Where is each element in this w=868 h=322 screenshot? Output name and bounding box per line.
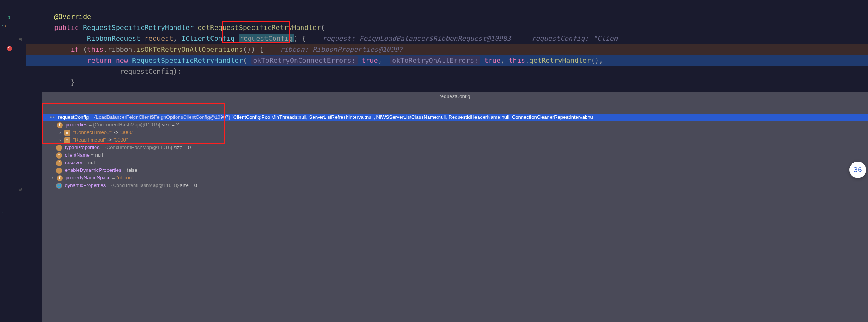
field-icon: f [57, 122, 63, 128]
code-line [26, 0, 868, 11]
expand-arrow-icon[interactable]: ⌄ [42, 114, 48, 121]
variable-row[interactable]: › ≡ "ReadTimeout" -> "3000" [42, 136, 868, 144]
gutter-navigate-icons[interactable]: ↑↓ [2, 23, 6, 28]
watch-icon: 👓 [49, 114, 55, 120]
variable-row-root[interactable]: ⌄ 👓 requestConfig = {LoadBalancerFeignCl… [42, 114, 868, 121]
entry-icon: ≡ [64, 137, 70, 143]
inline-debug-value: requestConfig: "Clien [532, 34, 618, 42]
variable-row[interactable]: f resolver = null [42, 159, 868, 166]
code-editor[interactable]: @Override public RequestSpecificRetryHan… [26, 0, 868, 88]
annotation: @Override [54, 12, 91, 20]
expand-arrow-icon[interactable]: › [58, 137, 63, 144]
breakpoint-icon[interactable]: ✓ [7, 46, 12, 51]
entry-icon: ≡ [64, 130, 70, 136]
gutter-navigate-icon[interactable]: ↑ [2, 210, 4, 215]
editor-gutter: O ⛨ ✓ ⛨ ↑↓ ↑ [0, 0, 26, 322]
gutter-shield-icon: ⛨ [18, 37, 23, 42]
param-hint: okToRetryOnAllErrors: [390, 56, 480, 65]
gutter-shield-icon: ⛨ [18, 187, 23, 192]
param-hint: okToRetryOnConnectErrors: [251, 56, 358, 65]
expand-arrow-icon[interactable]: › [58, 129, 63, 136]
inline-debug-value: ribbon: RibbonProperties@10997 [280, 45, 403, 53]
expand-arrow-icon[interactable]: ⌄ [50, 121, 55, 129]
variable-row[interactable]: › f propertyNameSpace = "ribbon" [42, 174, 868, 182]
code-line: RibbonRequest request, IClientConfig req… [26, 33, 868, 44]
floating-counter-badge[interactable]: 36 [849, 162, 866, 178]
field-icon: f [56, 168, 62, 174]
debug-panel-header: requestConfig [42, 92, 868, 101]
variable-row[interactable]: f clientName = null [42, 151, 868, 159]
selected-identifier: requestConfig [239, 34, 294, 42]
inline-debug-value: request: FeignLoadBalancer$RibbonRequest… [322, 34, 511, 42]
variable-row[interactable]: f typedProperties = {ConcurrentHashMap@1… [42, 144, 868, 151]
expand-arrow-icon[interactable]: › [50, 174, 55, 182]
field-icon: f [57, 175, 63, 181]
code-line: } [26, 77, 868, 88]
code-line: @Override [26, 11, 868, 22]
variable-row[interactable]: › ≡ "ConnectTimeout" -> "3000" [42, 129, 868, 136]
static-field-icon: 🌐 [56, 183, 62, 189]
field-icon: f [56, 145, 62, 151]
gutter-override-icon[interactable]: O [8, 15, 10, 20]
code-line-breakpoint: if (this.ribbon.isOkToRetryOnAllOperatio… [26, 44, 868, 55]
field-icon: f [56, 160, 62, 166]
variable-row[interactable]: 🌐 dynamicProperties = {ConcurrentHashMap… [42, 182, 868, 189]
code-line: requestConfig); [26, 66, 868, 77]
variable-row[interactable]: f enableDynamicProperties = false [42, 166, 868, 174]
debug-variables-panel[interactable]: requestConfig ⌄ 👓 requestConfig = {LoadB… [42, 92, 868, 322]
code-line: public RequestSpecificRetryHandler getRe… [26, 22, 868, 33]
code-line-execution: return new RequestSpecificRetryHandler( … [26, 55, 868, 66]
variable-row[interactable]: ⌄ f properties = {ConcurrentHashMap@1101… [42, 121, 868, 129]
field-icon: f [56, 152, 62, 159]
